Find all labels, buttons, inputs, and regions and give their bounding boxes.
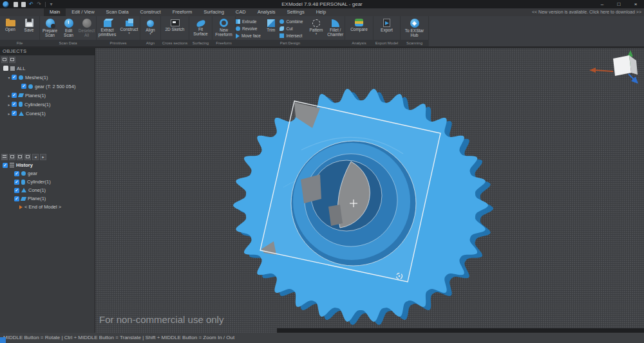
trim-button[interactable]: Trim [264, 17, 278, 32]
new-version-notification[interactable]: << New version is available. Click here … [532, 8, 641, 16]
tree-item-gear[interactable]: ✓ gear (T: 2 500 054) [0, 82, 95, 91]
quick-open-icon[interactable] [12, 1, 19, 8]
quick-access-menu-icon[interactable]: ▾ [48, 1, 55, 8]
history-option2-button[interactable] [24, 154, 31, 160]
minimize-button[interactable]: – [594, 0, 611, 8]
checkbox[interactable]: ✓ [14, 180, 19, 185]
cone-icon [19, 111, 24, 116]
combine-button[interactable]: Combine [279, 18, 306, 25]
checkbox[interactable]: ✓ [3, 163, 8, 168]
filter-tree-button[interactable] [9, 57, 15, 63]
pattern-button[interactable]: Pattern ▾ [308, 17, 324, 35]
quick-save-icon[interactable] [20, 1, 27, 8]
2d-sketch-button[interactable]: 2D Sketch [166, 17, 185, 32]
checkbox[interactable]: ✓ [14, 171, 19, 176]
menu-construct[interactable]: Construct [135, 8, 167, 16]
history-root-item[interactable]: ✓ History [0, 161, 95, 169]
prepare-scan-icon [46, 19, 55, 28]
menu-cad[interactable]: CAD [230, 8, 252, 16]
deselect-all-button[interactable]: Deselect All [78, 17, 96, 38]
ribbon-group-primitives: Extract primitives Construct ▾ Primitive… [97, 16, 140, 46]
compare-icon [355, 19, 363, 26]
checkbox[interactable]: ✓ [14, 188, 19, 193]
extrude-button[interactable]: Extrude [236, 18, 262, 25]
menu-analysis[interactable]: Analysis [252, 8, 281, 16]
extrude-icon [236, 19, 240, 24]
history-item-plane[interactable]: ✓ Plane(1) [0, 194, 95, 203]
redo-icon[interactable]: ↷ [35, 1, 43, 8]
ribbon-group-cross-sections: 2D Sketch Cross sections [161, 16, 189, 46]
menu-surfacing[interactable]: Surfacing [198, 8, 230, 16]
trim-label: Trim [267, 28, 275, 32]
orientation-cube[interactable] [589, 50, 638, 84]
checkbox[interactable]: ✓ [14, 196, 19, 201]
align-button[interactable]: Align ▾ [142, 17, 160, 35]
tree-item-cylinders[interactable]: ▸ ✓ Cylinders(1) [0, 100, 95, 109]
exstar-hub-icon [410, 19, 419, 28]
plane-icon [18, 93, 24, 97]
checkbox[interactable]: ✓ [21, 84, 26, 89]
edit-scan-button[interactable]: Edit Scan [61, 17, 77, 38]
cylinder-icon [21, 180, 25, 185]
tree-item-meshes[interactable]: ▾ ✓ Meshes(1) [0, 73, 95, 82]
save-button[interactable]: Save [20, 17, 38, 32]
menu-edit-view[interactable]: Edit / View [66, 8, 100, 16]
chevron-right-icon[interactable]: ▸ [6, 111, 12, 116]
menu-settings[interactable]: Settings [281, 8, 310, 16]
extract-primitives-button[interactable]: Extract primitives [97, 17, 118, 37]
history-toolbar: ◂ ▸ [0, 153, 95, 161]
chevron-down-icon: ▾ [149, 32, 151, 35]
checkbox[interactable]: ✓ [12, 102, 17, 107]
checkbox[interactable]: ✓ [12, 75, 17, 80]
checkbox[interactable]: ✓ [12, 111, 17, 116]
construct-button[interactable]: Construct ▾ [118, 17, 140, 34]
viewport-3d[interactable]: For non-commercial use only [95, 48, 644, 333]
window-title: EXModel 7.9.48 PERSONAL - gear [0, 1, 644, 7]
fit-surface-button[interactable]: Fit Surface [191, 17, 211, 37]
step-forward-button[interactable]: ▸ [40, 154, 46, 160]
chevron-right-icon[interactable]: ▸ [6, 93, 12, 98]
history-item-cone[interactable]: ✓ Cone(1) [0, 186, 95, 194]
compare-button[interactable]: Compare [348, 17, 370, 32]
intersect-button[interactable]: Intersect [279, 32, 306, 39]
step-back-button[interactable]: ◂ [32, 154, 39, 160]
tree-item-cones[interactable]: ▸ ✓ Cones(1) [0, 109, 95, 118]
maximize-button[interactable]: □ [611, 0, 627, 8]
open-button[interactable]: Open [1, 17, 19, 32]
move-face-button[interactable]: Move face [236, 32, 262, 39]
chevron-down-icon[interactable]: ▾ [6, 75, 12, 80]
ribbon-group-label: Part Design [236, 40, 345, 46]
tree-item-planes[interactable]: ▸ ✓ Planes(1) [0, 91, 95, 100]
revolve-button[interactable]: Revolve [236, 25, 262, 32]
new-freeform-button[interactable]: New Freeform [214, 17, 234, 37]
chevron-right-icon[interactable]: ▸ [6, 102, 12, 107]
history-item-gear[interactable]: ✓ gear [0, 169, 95, 178]
checkbox[interactable]: ✓ [12, 93, 17, 98]
history-item-cylinder[interactable]: ✓ Cylinder(1) [0, 178, 95, 186]
prepare-scan-button[interactable]: Prepare Scan [41, 17, 60, 38]
ribbon-group-scan-data: Prepare Scan Edit Scan Deselect All Scan… [40, 16, 97, 46]
close-button[interactable]: × [627, 0, 644, 8]
cut-button[interactable]: Cut [279, 25, 306, 32]
expand-tree-button[interactable] [1, 57, 8, 63]
export-button[interactable]: Export [377, 17, 397, 32]
menu-help[interactable]: Help [310, 8, 332, 16]
undo-icon[interactable]: ↶ [28, 1, 35, 8]
folder-icon [6, 20, 15, 26]
checkbox[interactable] [3, 66, 8, 71]
to-exstar-hub-button[interactable]: To EXStar Hub [402, 17, 427, 38]
to-exstar-hub-label: To EXStar Hub [402, 28, 427, 38]
menu-freeform[interactable]: Freeform [167, 8, 198, 16]
history-item-end-of-model[interactable]: < End of Model > [0, 203, 95, 211]
history-tree-view-button[interactable] [9, 154, 15, 160]
tree-item-all[interactable]: ALL [0, 64, 95, 73]
menu-bar: Main Edit / View Scan Data Construct Fre… [0, 8, 644, 16]
fillet-chamfer-button[interactable]: Fillet / Chamfer [326, 17, 345, 37]
menu-scan-data[interactable]: Scan Data [100, 8, 135, 16]
history-option-button[interactable] [17, 154, 23, 160]
model-canvas[interactable] [95, 48, 644, 333]
app-icon[interactable] [2, 1, 10, 8]
menu-main[interactable]: Main [44, 8, 66, 16]
history-list-view-button[interactable] [1, 154, 8, 160]
combine-icon [279, 19, 284, 24]
